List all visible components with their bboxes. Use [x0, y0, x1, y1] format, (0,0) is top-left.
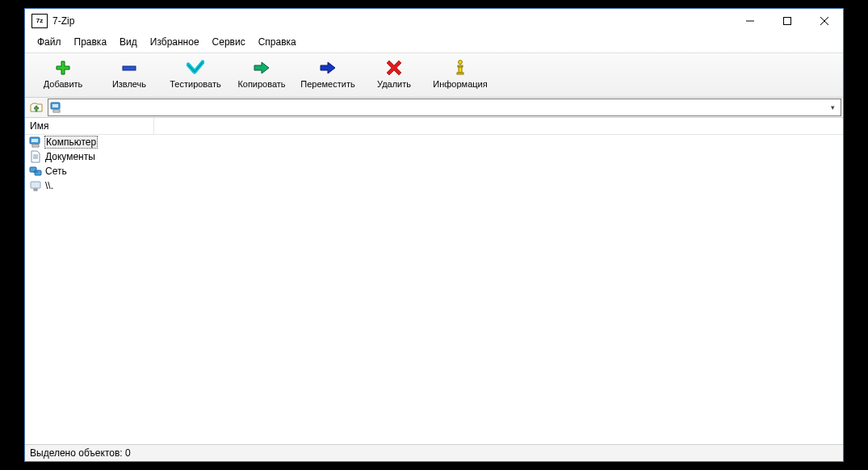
svg-rect-4	[123, 66, 136, 70]
list-item-label: Документы	[44, 151, 96, 162]
address-bar: ▾	[25, 98, 843, 118]
list-item[interactable]: Компьютер	[25, 135, 843, 149]
list-item-label: Компьютер	[44, 136, 98, 149]
svg-point-5	[459, 61, 463, 65]
list-item[interactable]: Сеть	[25, 164, 843, 178]
toolbar-label: Переместить	[300, 78, 354, 90]
status-selected-count: Выделено объектов: 0	[30, 447, 131, 459]
computer-icon	[50, 102, 63, 113]
toolbar-label: Извлечь	[112, 78, 146, 90]
menu-favorites[interactable]: Избранное	[145, 35, 205, 49]
check-icon	[187, 59, 204, 77]
x-icon	[387, 59, 401, 77]
list-header: Имя	[25, 118, 843, 135]
svg-rect-22	[34, 189, 37, 191]
monitor-icon	[29, 179, 42, 192]
list-item-label: \\.	[44, 180, 54, 191]
list-item[interactable]: \\.	[25, 178, 843, 193]
minimize-button[interactable]	[732, 9, 769, 33]
extract-button[interactable]: Извлечь	[96, 57, 162, 92]
network-icon	[29, 165, 42, 178]
toolbar: Добавить Извлечь Тестировать Копировать	[25, 52, 843, 98]
svg-rect-14	[32, 145, 39, 147]
menu-file[interactable]: Файл	[31, 35, 67, 49]
title-bar[interactable]: 7z 7-Zip	[25, 9, 843, 33]
path-dropdown-button[interactable]: ▾	[826, 103, 839, 111]
svg-rect-10	[52, 104, 58, 107]
copy-button[interactable]: Копировать	[229, 57, 295, 92]
app-icon: 7z	[31, 14, 48, 28]
svg-rect-13	[31, 139, 38, 142]
up-button[interactable]	[28, 99, 44, 115]
menu-help[interactable]: Справка	[253, 35, 302, 49]
file-list[interactable]: Компьютер Документы	[25, 135, 843, 444]
chevron-down-icon: ▾	[831, 103, 835, 111]
test-button[interactable]: Тестировать	[162, 57, 229, 92]
computer-icon	[29, 136, 42, 149]
status-bar: Выделено объектов: 0	[25, 444, 843, 461]
toolbar-label: Копировать	[237, 78, 285, 90]
menu-edit[interactable]: Правка	[69, 35, 113, 49]
move-button[interactable]: Переместить	[295, 57, 361, 92]
delete-button[interactable]: Удалить	[361, 57, 427, 92]
toolbar-label: Тестировать	[170, 78, 221, 90]
menu-tools[interactable]: Сервис	[207, 35, 251, 49]
svg-rect-21	[31, 182, 40, 188]
close-button[interactable]	[806, 9, 843, 33]
arrow-right-green-icon	[253, 59, 270, 77]
svg-rect-1	[784, 18, 791, 25]
toolbar-label: Удалить	[377, 78, 411, 90]
app-window: 7z 7-Zip Файл Правка Вид Избранное Серви	[24, 8, 844, 462]
toolbar-label: Добавить	[44, 78, 83, 90]
folder-up-icon	[30, 101, 43, 114]
svg-rect-19	[35, 170, 41, 175]
add-button[interactable]: Добавить	[30, 57, 96, 92]
svg-rect-7	[459, 67, 462, 73]
maximize-button[interactable]	[769, 9, 806, 33]
document-icon	[29, 150, 42, 163]
plus-icon	[55, 59, 71, 77]
menu-bar: Файл Правка Вид Избранное Сервис Справка	[25, 33, 843, 52]
svg-rect-11	[53, 110, 60, 112]
svg-rect-8	[457, 73, 463, 74]
menu-view[interactable]: Вид	[114, 35, 143, 49]
list-item-label: Сеть	[44, 166, 68, 177]
app-title: 7-Zip	[52, 15, 74, 27]
toolbar-label: Информация	[433, 78, 487, 90]
minus-icon	[121, 59, 137, 77]
info-button[interactable]: Информация	[427, 57, 493, 92]
column-name[interactable]: Имя	[25, 118, 154, 134]
info-icon	[455, 59, 466, 77]
list-item[interactable]: Документы	[25, 149, 843, 164]
arrow-right-blue-icon	[319, 59, 337, 77]
path-input[interactable]	[66, 101, 826, 114]
